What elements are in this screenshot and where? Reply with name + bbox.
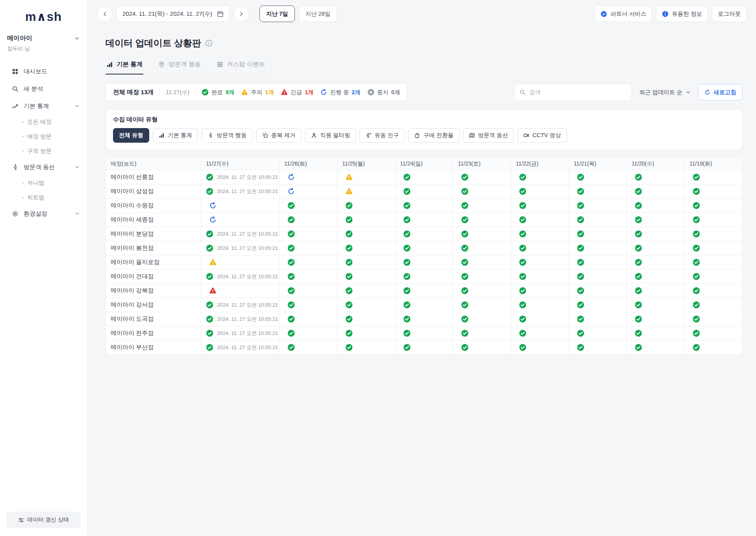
status-done-icon — [635, 259, 642, 266]
status-cell — [627, 255, 685, 270]
total-stores: 전체 매장 13개 — [113, 88, 154, 97]
status-cell — [685, 170, 743, 184]
status-cell — [627, 213, 685, 227]
status-cell — [280, 199, 337, 213]
status-cell — [280, 298, 337, 312]
useful-info-button[interactable]: 유용한 정보 — [656, 6, 708, 22]
status-done-icon — [577, 188, 584, 195]
status-done-icon — [403, 301, 411, 309]
sidebar-item[interactable]: 새 분석 — [0, 80, 87, 97]
status-stop-icon — [367, 89, 374, 96]
org-selector[interactable]: 메이아이 정두리 님 — [0, 34, 87, 56]
sidebar-subitem[interactable]: 매장 방문 — [0, 129, 87, 144]
status-done-icon — [403, 344, 411, 351]
filter-option[interactable]: 방문객 행동 — [202, 128, 253, 143]
chevron-down-icon — [74, 211, 80, 216]
chevron-down-icon — [74, 164, 80, 170]
status-cell — [280, 312, 337, 326]
filter-option[interactable]: 직원 필터링 — [305, 128, 356, 143]
filter-option[interactable]: 전체 유형 — [113, 128, 149, 143]
store-name-cell: 메이아이 을지로점 — [106, 255, 201, 270]
logout-button[interactable]: 로그아웃 — [712, 6, 747, 22]
sidebar-item[interactable]: 대시보드 — [0, 63, 87, 80]
status-cell — [280, 227, 337, 241]
summary-date: 11.27(수) — [166, 89, 189, 96]
status-cell — [453, 184, 511, 199]
status-cell — [569, 227, 627, 241]
status-urgent-icon — [209, 287, 217, 294]
sort-dropdown[interactable]: 최근 업데이트 순 — [637, 89, 693, 96]
filter-option[interactable]: CCTV 영상 — [517, 128, 567, 143]
store-name-cell: 메이아이 전주점 — [106, 326, 201, 341]
table-row: 메이아이 건대점2024. 11. 27 오전 10:05:21 — [106, 270, 743, 284]
sidebar-subitem[interactable]: 저니맵 — [0, 176, 87, 190]
status-done-icon — [635, 202, 642, 209]
status-done-icon — [206, 344, 213, 351]
partner-service-button[interactable]: 파트너 서비스 — [595, 6, 652, 22]
filter-option[interactable]: 기본 통계 — [153, 128, 198, 143]
sidebar-subitem[interactable]: 구역 방문 — [0, 144, 87, 158]
sidebar-subitem[interactable]: 모든 매장 — [0, 115, 87, 129]
store-name-cell: 메이아이 강북점 — [106, 284, 201, 298]
status-cell — [201, 199, 280, 213]
column-header-store: 매장(보드) — [106, 158, 201, 170]
status-done-icon — [519, 244, 526, 252]
status-cell — [337, 255, 395, 270]
status-done-icon — [206, 315, 213, 323]
status-done-icon — [577, 230, 584, 238]
bullet-dot — [22, 182, 24, 184]
tab[interactable]: 기본 통계 — [106, 60, 143, 74]
table-row: 메이아이 삼성점2024. 11. 27 오전 10:05:21 — [106, 184, 743, 199]
table-row: 메이아이 부산점2024. 11. 27 오전 10:05:21 — [106, 341, 743, 355]
title-info-icon[interactable] — [205, 39, 213, 47]
prev-date-button[interactable] — [97, 6, 113, 22]
next-date-button[interactable] — [233, 6, 249, 22]
status-done-icon — [635, 329, 642, 337]
filter-option[interactable]: 중복 제거 — [256, 128, 302, 143]
status-cell — [627, 270, 685, 284]
updated-time: 2024. 11. 27 오전 10:05:21 — [217, 188, 278, 195]
updated-time: 2024. 11. 27 오전 10:05:21 — [217, 174, 278, 181]
filter-option[interactable]: 유동 인구 — [359, 128, 405, 143]
status-cell — [627, 341, 685, 355]
status-cell — [395, 213, 453, 227]
refresh-button[interactable]: 새로고침 — [698, 84, 743, 100]
store-name-cell: 메이아이 도곡점 — [106, 312, 201, 326]
sidebar-item[interactable]: 환경설정 — [0, 205, 87, 222]
status-done-icon — [461, 216, 469, 223]
status-done-icon — [345, 259, 353, 266]
tab[interactable]: 방문객 행동 — [158, 60, 202, 74]
status-done-icon — [461, 202, 469, 209]
status-cell — [511, 312, 569, 326]
status-cell — [685, 312, 743, 326]
search-icon — [519, 89, 526, 95]
search-input[interactable] — [529, 89, 626, 95]
status-done-icon — [206, 230, 213, 238]
status-cell — [337, 326, 395, 341]
status-cell — [685, 270, 743, 284]
data-refresh-status-button[interactable]: 데이터 갱신 상태 — [6, 512, 81, 528]
status-done-icon — [287, 273, 295, 280]
table-header-row: 매장(보드)11/27(수)11/26(화)11/25(월)11/24(일)11… — [106, 158, 743, 170]
sidebar-item[interactable]: 방문객 동선 — [0, 158, 87, 176]
dedupe-icon — [262, 132, 268, 138]
status-done-icon — [693, 244, 700, 252]
summary-stat: 긴급1개 — [281, 89, 314, 96]
sidebar-item[interactable]: 기본 통계 — [0, 97, 87, 115]
status-cell — [337, 184, 395, 199]
status-cell — [685, 326, 743, 341]
status-done-icon — [461, 315, 469, 323]
traffic-icon — [365, 132, 371, 138]
last-28-days-button[interactable]: 지난 28일 — [299, 6, 337, 22]
date-range-picker[interactable]: 2024. 11. 21(목) - 2024. 11. 27(수) — [117, 6, 230, 22]
filter-option[interactable]: 구매 전환율 — [408, 128, 460, 143]
status-done-icon — [461, 188, 469, 195]
tab[interactable]: 커스텀 이벤트 — [216, 60, 266, 74]
sidebar-subitem-label: 매장 방문 — [27, 133, 52, 140]
last-7-days-button[interactable]: 지난 7일 — [259, 6, 295, 22]
sidebar-subitem[interactable]: 히트맵 — [0, 190, 87, 205]
status-done-icon — [345, 315, 353, 323]
filter-option[interactable]: 방문객 동선 — [463, 128, 514, 143]
status-done-icon — [287, 287, 295, 294]
table-row: 메이아이 도곡점2024. 11. 27 오전 10:05:21 — [106, 312, 743, 326]
